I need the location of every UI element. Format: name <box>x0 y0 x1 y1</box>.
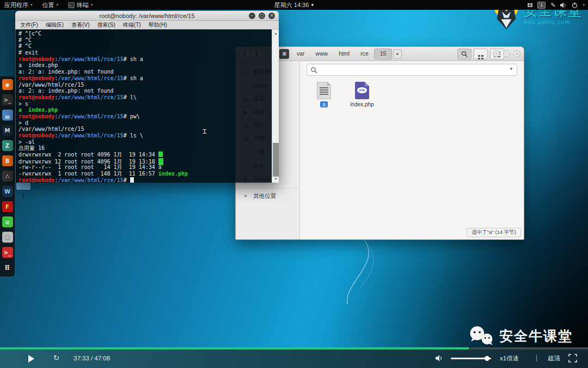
firefox-icon[interactable]: ◉ <box>2 79 13 90</box>
terminal-menu-item[interactable]: 文件(F) <box>20 21 38 29</box>
file-label: index.php <box>350 101 373 107</box>
search-dropdown-chevron-icon[interactable]: ▼ <box>509 67 513 71</box>
selection-block <box>158 152 163 157</box>
terminal-line: drwxrwxrwx 12 root root 4096 1月 19 13:18 <box>19 158 269 165</box>
sidebar-item-label: 其他位置 <box>253 192 276 200</box>
flash-icon[interactable]: F <box>2 201 13 212</box>
system-tray[interactable]: 1 ✎ ▾ <box>528 0 585 10</box>
file-index.php[interactable]: phpindex.php <box>348 82 376 107</box>
watermark-title: 安全牛课堂 <box>499 327 573 345</box>
playback-speed[interactable]: x1倍速 <box>500 354 519 363</box>
sidebar-item-other-locations[interactable]: + 其他位置 <box>236 190 299 203</box>
php-badge: php <box>357 87 367 93</box>
search-button[interactable] <box>457 49 471 59</box>
terminal-line: a: 2: a: index.php: not found <box>19 69 269 75</box>
search-box[interactable]: ▼ <box>307 64 517 76</box>
terminal-menu-item[interactable]: 编辑(E) <box>46 21 64 29</box>
selection-status: 选中了"a" (14 字节) <box>467 228 521 237</box>
terminal-window: root@nobody: /var/www/html/rce/15 −▢✕ 文件… <box>15 11 279 183</box>
search-icon <box>310 67 317 74</box>
terminal-cursor <box>130 177 134 183</box>
terminal-close-button[interactable]: ✕ <box>268 13 275 19</box>
file-a[interactable]: a <box>310 82 338 107</box>
terminal-line: /var/www/html/rce/15 <box>19 82 269 88</box>
terminal-line: # ^C <box>19 37 269 44</box>
text-editor-icon[interactable]: ≡ <box>2 216 13 227</box>
volume-slider[interactable] <box>451 358 491 359</box>
terminal-window-buttons: −▢✕ <box>249 13 275 19</box>
terminal-line: drwxrwxrwx 2 root root 4096 1月 19 14:34 <box>19 152 269 158</box>
location-drive-icon[interactable]: ▣ <box>279 49 289 59</box>
terminal-line: > -al <box>19 139 269 146</box>
terminal-line: # ^C <box>19 43 269 50</box>
desktop-icon-1-label: 1 <box>22 192 38 199</box>
files-grid: aphpindex.php <box>300 79 524 107</box>
php-file-icon: php <box>355 82 369 99</box>
input-method-icon[interactable]: ✎ <box>550 2 555 9</box>
workspace-indicator[interactable]: 1 <box>537 2 546 9</box>
file-label: a <box>320 101 328 107</box>
desktop-icon-1[interactable]: 1 <box>16 182 38 199</box>
plus-icon: + <box>242 193 249 199</box>
grid-view-button[interactable] <box>474 49 488 59</box>
breadcrumb-var[interactable]: var <box>291 49 310 59</box>
terminal-line: root@nobody:/var/www/html/rce/15# sh a <box>19 56 269 63</box>
terminal-app-icon[interactable]: >_ <box>2 94 13 105</box>
terminal-line: > d <box>19 120 269 126</box>
metasploit-icon[interactable]: M <box>2 125 13 136</box>
breadcrumb-15[interactable]: 15 <box>374 49 393 59</box>
terminal-menu-item[interactable]: 帮助(H) <box>149 21 167 29</box>
terminal-body[interactable]: # ^[c^C# ^C# ^C# exitroot@nobody:/var/ww… <box>15 29 279 183</box>
terminal-line: /var/www/html/rce/15 <box>19 126 269 132</box>
volume-icon[interactable] <box>436 354 444 362</box>
terminal-menu-item[interactable]: 终端(T) <box>123 21 141 29</box>
wireshark-icon[interactable]: W <box>2 186 13 197</box>
terminal-line: -rwxrwxrwx 1 root root 148 1月 11 16:57 i… <box>19 171 269 177</box>
breadcrumb: varwwwhtmlrce15▸ <box>291 49 402 59</box>
package-manager-icon[interactable]: ∴ <box>2 171 13 182</box>
root-terminal-icon[interactable]: >_ <box>2 247 13 258</box>
scrollbar-thumb[interactable] <box>273 143 279 177</box>
screenshot-tool-icon[interactable]: ▢ <box>2 232 13 243</box>
breadcrumb-www[interactable]: www <box>310 49 334 59</box>
breadcrumb-rce[interactable]: rce <box>355 49 374 59</box>
breadcrumb-expand-icon[interactable]: ▸ <box>393 49 402 59</box>
power-icon[interactable] <box>572 2 578 8</box>
terminal-menu-item[interactable]: 搜索(S) <box>97 21 115 29</box>
terminal-line: root@nobody:/var/www/html/rce/15# <box>19 177 269 183</box>
clock-area[interactable]: 星期六 14:36 <box>0 0 588 10</box>
scroll-up-icon[interactable]: ▲ <box>272 30 279 37</box>
tray-grid-icon <box>528 3 532 7</box>
quality-selector[interactable]: 超清 <box>548 354 560 363</box>
terminal-line: # ^[c^C <box>19 31 269 37</box>
terminal-menu-item[interactable]: 查看(V) <box>71 21 89 29</box>
bottom-watermark: 安全牛课堂 <box>468 325 573 346</box>
volume-icon[interactable] <box>560 2 567 8</box>
zenmap-icon[interactable]: Z <box>2 140 13 151</box>
replay-icon[interactable]: ↻ <box>53 354 59 362</box>
terminal-scrollbar[interactable]: ▲ ▼ <box>272 29 279 183</box>
dock: ◉>_▄MZB∴WF≡▢>_⠿ <box>0 76 15 276</box>
file-manager-main: ▼ aphpindex.php 选中了"a" (14 字节) <box>300 61 524 239</box>
terminal-minimize-button[interactable]: − <box>249 13 255 19</box>
fm-minimize-button[interactable]: − <box>493 50 500 57</box>
terminal-maximize-button[interactable]: ▢ <box>259 13 265 19</box>
desktop-icon-1-selection <box>16 182 30 190</box>
fm-maximize-button[interactable]: ▫ <box>503 50 510 57</box>
watermark-subtitle: edu.aqniu.com <box>524 19 583 25</box>
scroll-down-icon[interactable]: ▼ <box>272 176 279 182</box>
text-file-icon <box>317 82 331 99</box>
fm-close-button[interactable]: × <box>513 50 520 57</box>
terminal-titlebar[interactable]: root@nobody: /var/www/html/rce/15 −▢✕ <box>15 11 279 21</box>
grid-view-icon <box>478 55 483 59</box>
terminal-menubar: 文件(F)编辑(E)查看(V)搜索(S)终端(T)帮助(H) <box>15 21 279 29</box>
time-display: 37:33 / 47:08 <box>74 355 110 361</box>
volume-knob[interactable] <box>485 356 489 361</box>
search-input[interactable] <box>320 64 504 75</box>
breadcrumb-html[interactable]: html <box>333 49 355 59</box>
fullscreen-icon[interactable] <box>568 354 577 363</box>
show-applications-icon[interactable]: ⠿ <box>2 262 13 273</box>
burpsuite-icon[interactable]: B <box>2 155 13 166</box>
file-manager-icon[interactable]: ▄ <box>2 110 13 120</box>
play-button[interactable] <box>28 355 34 363</box>
